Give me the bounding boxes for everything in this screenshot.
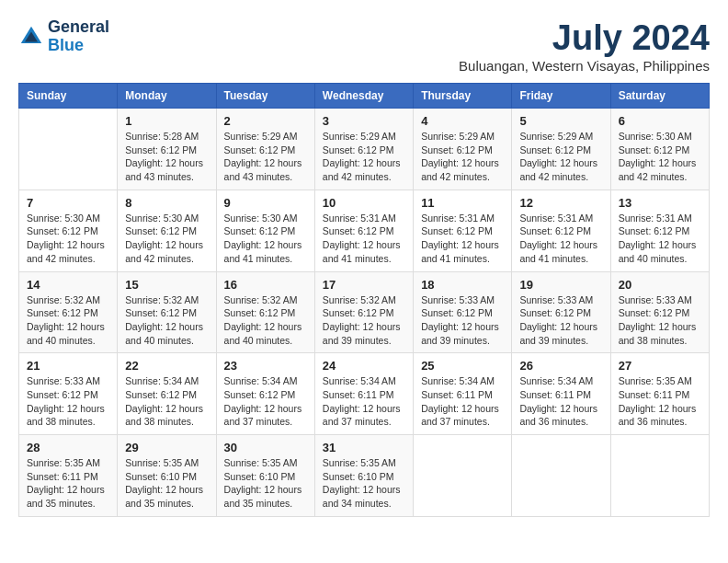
calendar-day-cell: 9Sunrise: 5:30 AMSunset: 6:12 PMDaylight… xyxy=(216,190,314,271)
day-number: 17 xyxy=(323,278,405,292)
calendar-day-cell: 17Sunrise: 5:32 AMSunset: 6:12 PMDayligh… xyxy=(314,271,413,353)
calendar-week-row: 21Sunrise: 5:33 AMSunset: 6:12 PMDayligh… xyxy=(19,353,710,435)
day-number: 25 xyxy=(421,359,504,373)
day-number: 21 xyxy=(27,359,109,373)
day-info: Sunrise: 5:35 AMSunset: 6:10 PMDaylight:… xyxy=(125,456,208,511)
calendar-day-cell: 23Sunrise: 5:34 AMSunset: 6:12 PMDayligh… xyxy=(216,353,314,435)
calendar-day-cell: 27Sunrise: 5:35 AMSunset: 6:11 PMDayligh… xyxy=(610,353,709,435)
calendar-day-cell: 11Sunrise: 5:31 AMSunset: 6:12 PMDayligh… xyxy=(414,190,512,271)
day-info: Sunrise: 5:29 AMSunset: 6:12 PMDaylight:… xyxy=(323,130,405,184)
day-number: 27 xyxy=(619,359,701,373)
day-info: Sunrise: 5:30 AMSunset: 6:12 PMDaylight:… xyxy=(27,212,109,266)
day-number: 6 xyxy=(619,114,701,128)
day-number: 26 xyxy=(519,359,602,373)
calendar-day-cell: 29Sunrise: 5:35 AMSunset: 6:10 PMDayligh… xyxy=(118,435,216,517)
day-info: Sunrise: 5:32 AMSunset: 6:12 PMDaylight:… xyxy=(323,293,405,348)
day-number: 20 xyxy=(619,278,701,292)
logo-text: General Blue xyxy=(48,18,109,55)
day-info: Sunrise: 5:33 AMSunset: 6:12 PMDaylight:… xyxy=(421,293,504,348)
day-info: Sunrise: 5:33 AMSunset: 6:12 PMDaylight:… xyxy=(619,293,701,348)
day-info: Sunrise: 5:29 AMSunset: 6:12 PMDaylight:… xyxy=(421,130,504,184)
day-info: Sunrise: 5:31 AMSunset: 6:12 PMDaylight:… xyxy=(519,212,602,266)
day-info: Sunrise: 5:31 AMSunset: 6:12 PMDaylight:… xyxy=(619,212,701,266)
calendar-table: SundayMondayTuesdayWednesdayThursdayFrid… xyxy=(18,83,710,517)
day-info: Sunrise: 5:34 AMSunset: 6:12 PMDaylight:… xyxy=(224,374,307,429)
day-number: 14 xyxy=(27,278,109,292)
weekday-cell: Tuesday xyxy=(216,84,314,109)
calendar-day-cell: 15Sunrise: 5:32 AMSunset: 6:12 PMDayligh… xyxy=(118,271,216,353)
day-info: Sunrise: 5:30 AMSunset: 6:12 PMDaylight:… xyxy=(224,212,307,266)
day-number: 13 xyxy=(619,196,701,210)
day-number: 19 xyxy=(519,278,602,292)
calendar-week-row: 14Sunrise: 5:32 AMSunset: 6:12 PMDayligh… xyxy=(19,271,710,353)
day-info: Sunrise: 5:32 AMSunset: 6:12 PMDaylight:… xyxy=(125,293,208,348)
logo: General Blue xyxy=(18,18,109,55)
day-number: 30 xyxy=(224,441,307,454)
weekday-cell: Wednesday xyxy=(314,84,413,109)
calendar-day-cell xyxy=(414,435,512,517)
location-title: Buluangan, Western Visayas, Philippines xyxy=(459,58,710,74)
calendar-day-cell: 12Sunrise: 5:31 AMSunset: 6:12 PMDayligh… xyxy=(512,190,610,271)
calendar-day-cell: 10Sunrise: 5:31 AMSunset: 6:12 PMDayligh… xyxy=(314,190,413,271)
day-number: 28 xyxy=(27,441,109,454)
calendar-week-row: 28Sunrise: 5:35 AMSunset: 6:11 PMDayligh… xyxy=(19,435,710,517)
calendar-day-cell: 26Sunrise: 5:34 AMSunset: 6:11 PMDayligh… xyxy=(512,353,610,435)
calendar-day-cell: 13Sunrise: 5:31 AMSunset: 6:12 PMDayligh… xyxy=(610,190,709,271)
calendar-day-cell: 8Sunrise: 5:30 AMSunset: 6:12 PMDaylight… xyxy=(118,190,216,271)
calendar-day-cell: 19Sunrise: 5:33 AMSunset: 6:12 PMDayligh… xyxy=(512,271,610,353)
day-info: Sunrise: 5:35 AMSunset: 6:11 PMDaylight:… xyxy=(619,374,701,429)
day-number: 8 xyxy=(125,196,208,210)
page-header: General Blue July 2024 Buluangan, Wester… xyxy=(18,18,710,74)
weekday-header: SundayMondayTuesdayWednesdayThursdayFrid… xyxy=(19,84,710,109)
day-info: Sunrise: 5:32 AMSunset: 6:12 PMDaylight:… xyxy=(224,293,307,348)
calendar-day-cell: 21Sunrise: 5:33 AMSunset: 6:12 PMDayligh… xyxy=(19,353,118,435)
calendar-week-row: 1Sunrise: 5:28 AMSunset: 6:12 PMDaylight… xyxy=(19,109,710,190)
day-info: Sunrise: 5:30 AMSunset: 6:12 PMDaylight:… xyxy=(125,212,208,266)
day-info: Sunrise: 5:34 AMSunset: 6:11 PMDaylight:… xyxy=(421,374,504,429)
calendar-body: 1Sunrise: 5:28 AMSunset: 6:12 PMDaylight… xyxy=(19,109,710,517)
day-number: 2 xyxy=(224,114,307,128)
calendar-day-cell: 7Sunrise: 5:30 AMSunset: 6:12 PMDaylight… xyxy=(19,190,118,271)
day-info: Sunrise: 5:34 AMSunset: 6:12 PMDaylight:… xyxy=(125,374,208,429)
day-info: Sunrise: 5:33 AMSunset: 6:12 PMDaylight:… xyxy=(27,374,109,429)
day-number: 31 xyxy=(323,441,405,454)
calendar-day-cell: 16Sunrise: 5:32 AMSunset: 6:12 PMDayligh… xyxy=(216,271,314,353)
day-number: 11 xyxy=(421,196,504,210)
day-info: Sunrise: 5:35 AMSunset: 6:11 PMDaylight:… xyxy=(27,456,109,511)
day-info: Sunrise: 5:31 AMSunset: 6:12 PMDaylight:… xyxy=(323,212,405,266)
title-area: July 2024 Buluangan, Western Visayas, Ph… xyxy=(459,18,710,74)
logo-icon xyxy=(18,24,44,50)
calendar-day-cell xyxy=(512,435,610,517)
day-info: Sunrise: 5:33 AMSunset: 6:12 PMDaylight:… xyxy=(519,293,602,348)
weekday-cell: Monday xyxy=(118,84,216,109)
calendar-day-cell: 5Sunrise: 5:29 AMSunset: 6:12 PMDaylight… xyxy=(512,109,610,190)
calendar-day-cell: 31Sunrise: 5:35 AMSunset: 6:10 PMDayligh… xyxy=(314,435,413,517)
day-number: 3 xyxy=(323,114,405,128)
calendar-day-cell: 25Sunrise: 5:34 AMSunset: 6:11 PMDayligh… xyxy=(414,353,512,435)
day-number: 22 xyxy=(125,359,208,373)
day-info: Sunrise: 5:35 AMSunset: 6:10 PMDaylight:… xyxy=(323,456,405,511)
day-number: 4 xyxy=(421,114,504,128)
day-number: 9 xyxy=(224,196,307,210)
calendar-day-cell: 3Sunrise: 5:29 AMSunset: 6:12 PMDaylight… xyxy=(314,109,413,190)
day-number: 18 xyxy=(421,278,504,292)
calendar-day-cell xyxy=(610,435,709,517)
day-number: 24 xyxy=(323,359,405,373)
calendar-day-cell: 18Sunrise: 5:33 AMSunset: 6:12 PMDayligh… xyxy=(414,271,512,353)
calendar-day-cell: 20Sunrise: 5:33 AMSunset: 6:12 PMDayligh… xyxy=(610,271,709,353)
calendar-day-cell: 1Sunrise: 5:28 AMSunset: 6:12 PMDaylight… xyxy=(118,109,216,190)
day-number: 29 xyxy=(125,441,208,454)
day-info: Sunrise: 5:30 AMSunset: 6:12 PMDaylight:… xyxy=(619,130,701,184)
day-info: Sunrise: 5:34 AMSunset: 6:11 PMDaylight:… xyxy=(323,374,405,429)
calendar-day-cell: 30Sunrise: 5:35 AMSunset: 6:10 PMDayligh… xyxy=(216,435,314,517)
calendar-day-cell: 6Sunrise: 5:30 AMSunset: 6:12 PMDaylight… xyxy=(610,109,709,190)
calendar-day-cell: 4Sunrise: 5:29 AMSunset: 6:12 PMDaylight… xyxy=(414,109,512,190)
day-number: 15 xyxy=(125,278,208,292)
weekday-cell: Thursday xyxy=(414,84,512,109)
weekday-cell: Sunday xyxy=(19,84,118,109)
calendar-day-cell: 24Sunrise: 5:34 AMSunset: 6:11 PMDayligh… xyxy=(314,353,413,435)
calendar-day-cell: 28Sunrise: 5:35 AMSunset: 6:11 PMDayligh… xyxy=(19,435,118,517)
day-info: Sunrise: 5:32 AMSunset: 6:12 PMDaylight:… xyxy=(27,293,109,348)
day-number: 23 xyxy=(224,359,307,373)
calendar-day-cell xyxy=(19,109,118,190)
